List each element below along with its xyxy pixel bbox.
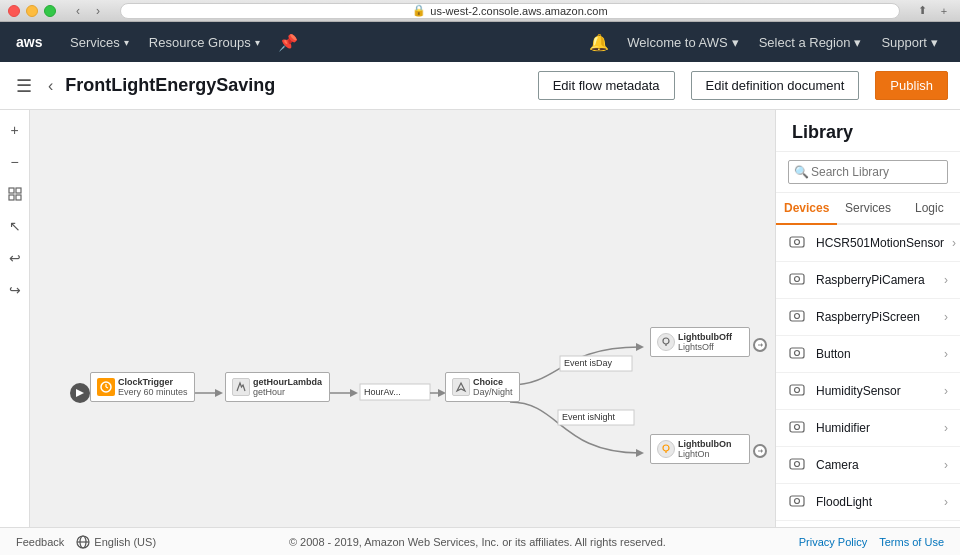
url-bar[interactable]: 🔒 us-west-2.console.aws.amazon.com	[120, 3, 900, 19]
list-item-camera-label: Camera	[816, 458, 936, 472]
list-item-floodlight-arrow: ›	[944, 495, 948, 509]
edit-metadata-button[interactable]: Edit flow metadata	[538, 71, 675, 100]
hamburger-icon[interactable]: ☰	[12, 71, 36, 101]
lightbulb-off-node[interactable]: LightbulbOff LightsOff	[650, 327, 750, 357]
library-list: HCSR501MotionSensor › RaspberryPiCamera …	[776, 225, 960, 527]
privacy-link[interactable]: Privacy Policy	[799, 536, 867, 548]
svg-rect-36	[790, 311, 804, 321]
svg-point-28	[663, 445, 669, 451]
choice-node[interactable]: Choice Day/Night	[445, 372, 520, 402]
resource-groups-label: Resource Groups	[149, 35, 251, 50]
device-icon	[788, 233, 808, 253]
page-title: FrontLightEnergySaving	[65, 75, 529, 96]
device-icon	[788, 418, 808, 438]
resource-groups-chevron: ▾	[255, 37, 260, 48]
list-item-button-label: Button	[816, 347, 936, 361]
list-item-floodlight[interactable]: FloodLight ›	[776, 484, 960, 521]
welcome-label: Welcome to AWS	[627, 35, 727, 50]
list-item-camera-arrow: ›	[944, 458, 948, 472]
library-search-input[interactable]	[788, 160, 948, 184]
grid-icon[interactable]	[3, 182, 27, 206]
svg-rect-42	[790, 422, 804, 432]
lightbulb-off-body: LightsOff	[678, 342, 732, 352]
aws-logo[interactable]: aws	[12, 30, 52, 54]
lightbulb-on-body: LightOn	[678, 449, 731, 459]
list-item-raspberrypi-screen[interactable]: RaspberryPiScreen ›	[776, 299, 960, 336]
list-item-humidifier[interactable]: Humidifier ›	[776, 410, 960, 447]
bell-icon[interactable]: 🔔	[581, 33, 617, 52]
pin-icon[interactable]: 📌	[270, 33, 306, 52]
svg-marker-16	[636, 449, 644, 457]
svg-point-45	[795, 462, 800, 467]
list-item-motionsensor[interactable]: MotionSensor ›	[776, 521, 960, 527]
redo-icon[interactable]: ↪	[3, 278, 27, 302]
lightbulb-on-node[interactable]: LightbulbOn LightOn	[650, 434, 750, 464]
lambda-node-header: getHourLambda	[253, 377, 322, 387]
zoom-out-icon[interactable]: −	[3, 150, 27, 174]
svg-rect-9	[360, 384, 430, 400]
aws-nav: aws Services ▾ Resource Groups ▾ 📌 🔔 Wel…	[0, 22, 960, 62]
region-nav[interactable]: Select a Region ▾	[749, 35, 872, 50]
device-icon	[788, 344, 808, 364]
feedback-label[interactable]: Feedback	[16, 536, 64, 548]
list-item-raspberrypi-screen-label: RaspberryPiScreen	[816, 310, 936, 324]
language-label[interactable]: English (US)	[76, 535, 156, 549]
clock-trigger-node[interactable]: ClockTrigger Every 60 minutes	[90, 372, 195, 402]
svg-point-37	[795, 314, 800, 319]
back-arrow-icon[interactable]: ‹	[44, 73, 57, 99]
zoom-in-icon[interactable]: +	[3, 118, 27, 142]
left-sidebar: + − ↖ ↩ ↪	[0, 110, 30, 527]
minimize-button[interactable]	[26, 5, 38, 17]
support-label: Support	[881, 35, 927, 50]
list-item-raspberrypi-camera[interactable]: RaspberryPiCamera ›	[776, 262, 960, 299]
undo-icon[interactable]: ↩	[3, 246, 27, 270]
svg-text:aws: aws	[16, 34, 43, 50]
list-item-button[interactable]: Button ›	[776, 336, 960, 373]
welcome-nav[interactable]: Welcome to AWS ▾	[617, 35, 748, 50]
resource-groups-nav[interactable]: Resource Groups ▾	[139, 22, 270, 62]
list-item-hcsr501[interactable]: HCSR501MotionSensor ›	[776, 225, 960, 262]
maximize-button[interactable]	[44, 5, 56, 17]
search-icon: 🔍	[794, 165, 809, 179]
edit-definition-button[interactable]: Edit definition document	[691, 71, 860, 100]
back-nav-button[interactable]: ‹	[70, 3, 86, 19]
list-item-camera[interactable]: Camera ›	[776, 447, 960, 484]
library-tabs: Devices Services Logic	[776, 193, 960, 225]
publish-button[interactable]: Publish	[875, 71, 948, 100]
support-chevron: ▾	[931, 35, 938, 50]
svg-rect-46	[790, 496, 804, 506]
list-item-humidifier-arrow: ›	[944, 421, 948, 435]
svg-rect-3	[9, 195, 14, 200]
list-item-floodlight-label: FloodLight	[816, 495, 936, 509]
terms-link[interactable]: Terms of Use	[879, 536, 944, 548]
tab-devices[interactable]: Devices	[776, 193, 837, 225]
flow-canvas[interactable]: HourAv... Event isDay Event isNight	[30, 110, 775, 527]
svg-marker-31	[761, 449, 763, 453]
device-icon	[788, 307, 808, 327]
forward-nav-button[interactable]: ›	[90, 3, 106, 19]
svg-point-39	[795, 351, 800, 356]
services-nav[interactable]: Services ▾	[60, 22, 139, 62]
lambda-node[interactable]: getHourLambda getHour	[225, 372, 330, 402]
tab-logic[interactable]: Logic	[899, 193, 960, 225]
svg-text:Event  isDay: Event isDay	[564, 358, 613, 368]
list-item-raspberrypi-camera-label: RaspberryPiCamera	[816, 273, 936, 287]
share-icon[interactable]: ⬆	[914, 3, 930, 19]
new-tab-icon[interactable]: +	[936, 3, 952, 19]
svg-rect-4	[16, 195, 21, 200]
svg-marker-27	[761, 343, 763, 347]
list-item-humidity-sensor-label: HumiditySensor	[816, 384, 936, 398]
library-title: Library	[776, 110, 960, 152]
list-item-raspberrypi-screen-arrow: ›	[944, 310, 948, 324]
clock-node-header: ClockTrigger	[118, 377, 188, 387]
close-button[interactable]	[8, 5, 20, 17]
lightbulb-off-connector	[753, 338, 767, 352]
support-nav[interactable]: Support ▾	[871, 35, 948, 50]
list-item-raspberrypi-camera-arrow: ›	[944, 273, 948, 287]
copyright-text: © 2008 - 2019, Amazon Web Services, Inc.…	[289, 536, 666, 548]
tab-services-label: Services	[845, 201, 891, 215]
list-item-humidity-sensor[interactable]: HumiditySensor ›	[776, 373, 960, 410]
cursor-icon[interactable]: ↖	[3, 214, 27, 238]
lambda-node-body: getHour	[253, 387, 322, 397]
tab-services[interactable]: Services	[837, 193, 898, 225]
